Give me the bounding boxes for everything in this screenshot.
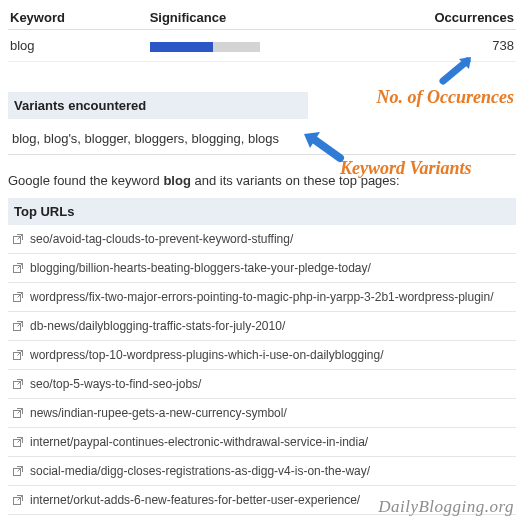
external-link-icon (12, 291, 24, 303)
url-row[interactable]: wordpress/top-10-wordpress-plugins-which… (8, 341, 516, 370)
external-link-icon (12, 436, 24, 448)
keyword-table: Keyword Significance Occurrences blog 73… (8, 6, 516, 62)
table-row: blog 738 (8, 30, 516, 62)
external-link-icon (12, 378, 24, 390)
url-row[interactable]: seo/top-5-ways-to-find-seo-jobs/ (8, 370, 516, 399)
col-significance: Significance (110, 6, 372, 30)
url-row[interactable]: blogging/billion-hearts-beating-bloggers… (8, 254, 516, 283)
external-link-icon (12, 494, 24, 506)
external-link-icon (12, 349, 24, 361)
top-urls-list: seo/avoid-tag-clouds-to-prevent-keyword-… (8, 225, 516, 515)
external-link-icon (12, 407, 24, 419)
variants-heading: Variants encountered (8, 92, 308, 119)
url-text: wordpress/top-10-wordpress-plugins-which… (30, 348, 384, 362)
url-row[interactable]: social-media/digg-closes-registrations-a… (8, 457, 516, 486)
external-link-icon (12, 320, 24, 332)
url-row[interactable]: db-news/dailyblogging-traffic-stats-for-… (8, 312, 516, 341)
occurrences-cell: 738 (372, 30, 516, 62)
url-text: internet/orkut-adds-6-new-features-for-b… (30, 493, 360, 507)
significance-cell (110, 30, 372, 62)
found-keyword: blog (163, 173, 190, 188)
col-occurrences: Occurrences (372, 6, 516, 30)
url-text: internet/paypal-continues-electronic-wit… (30, 435, 368, 449)
watermark: DailyBlogging.org (378, 497, 514, 517)
url-text: social-media/digg-closes-registrations-a… (30, 464, 370, 478)
url-row[interactable]: wordpress/fix-two-major-errors-pointing-… (8, 283, 516, 312)
url-text: seo/avoid-tag-clouds-to-prevent-keyword-… (30, 232, 293, 246)
external-link-icon (12, 262, 24, 274)
url-text: wordpress/fix-two-major-errors-pointing-… (30, 290, 494, 304)
url-row[interactable]: news/indian-rupee-gets-a-new-currency-sy… (8, 399, 516, 428)
significance-bar-fill (150, 42, 214, 52)
url-text: blogging/billion-hearts-beating-bloggers… (30, 261, 371, 275)
external-link-icon (12, 465, 24, 477)
keyword-cell: blog (8, 30, 110, 62)
url-row[interactable]: internet/paypal-continues-electronic-wit… (8, 428, 516, 457)
found-text: Google found the keyword blog and its va… (8, 173, 516, 188)
top-urls-heading: Top URLs (8, 198, 516, 225)
url-row[interactable]: seo/avoid-tag-clouds-to-prevent-keyword-… (8, 225, 516, 254)
significance-bar (150, 42, 260, 52)
col-keyword: Keyword (8, 6, 110, 30)
url-text: seo/top-5-ways-to-find-seo-jobs/ (30, 377, 201, 391)
external-link-icon (12, 233, 24, 245)
variants-list: blog, blog's, blogger, bloggers, bloggin… (8, 123, 516, 155)
url-text: news/indian-rupee-gets-a-new-currency-sy… (30, 406, 287, 420)
url-text: db-news/dailyblogging-traffic-stats-for-… (30, 319, 285, 333)
